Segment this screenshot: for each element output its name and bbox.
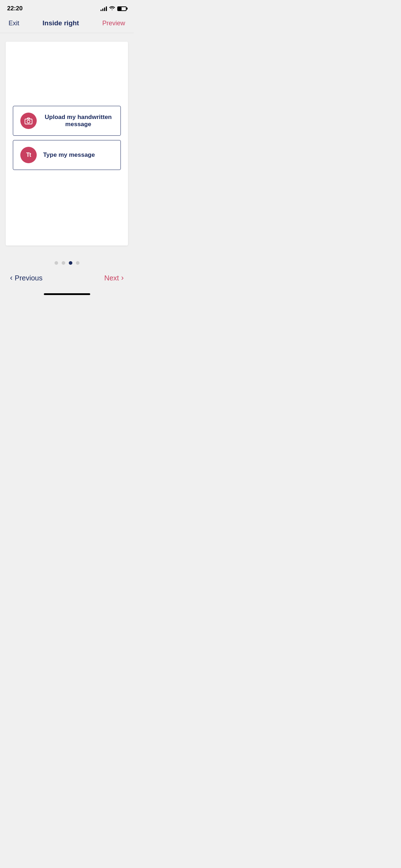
- upload-handwritten-label: Upload my handwritten message: [43, 114, 113, 128]
- upload-handwritten-button[interactable]: Upload my handwritten message: [13, 106, 121, 136]
- dot-2: [62, 261, 65, 265]
- card-bottom-space: [6, 174, 128, 246]
- previous-button[interactable]: ‹ Previous: [10, 273, 42, 283]
- signal-icon: [101, 6, 107, 11]
- home-indicator: [0, 293, 134, 298]
- next-label: Next: [104, 274, 119, 282]
- wifi-icon: [109, 6, 115, 11]
- camera-icon: [24, 117, 33, 124]
- main-content: Upload my handwritten message Tt Type my…: [0, 33, 134, 254]
- previous-label: Previous: [15, 274, 42, 282]
- exit-button[interactable]: Exit: [9, 20, 19, 27]
- battery-icon: [117, 6, 127, 11]
- chevron-left-icon: ‹: [10, 273, 12, 283]
- preview-button[interactable]: Preview: [102, 20, 125, 27]
- home-bar: [44, 293, 90, 295]
- status-bar: 22:20: [0, 0, 134, 15]
- svg-point-1: [27, 120, 30, 123]
- next-button[interactable]: Next ›: [104, 273, 124, 283]
- type-message-button[interactable]: Tt Type my message: [13, 140, 121, 170]
- status-icons: [101, 6, 127, 11]
- dot-1: [55, 261, 58, 265]
- text-icon: Tt: [26, 152, 31, 158]
- card: Upload my handwritten message Tt Type my…: [6, 42, 128, 246]
- card-top-space: [6, 42, 128, 106]
- text-icon-circle: Tt: [20, 147, 37, 163]
- camera-icon-circle: [20, 113, 37, 129]
- card-options: Upload my handwritten message Tt Type my…: [6, 106, 128, 174]
- navigation-buttons: ‹ Previous Next ›: [0, 268, 134, 293]
- dot-3-active: [69, 261, 72, 265]
- type-message-label: Type my message: [43, 151, 95, 159]
- chevron-right-icon: ›: [121, 273, 124, 283]
- header: Exit Inside right Preview: [0, 15, 134, 33]
- pagination-dots: [0, 254, 134, 268]
- status-time: 22:20: [7, 5, 22, 12]
- page-title: Inside right: [42, 19, 79, 27]
- dot-4: [76, 261, 79, 265]
